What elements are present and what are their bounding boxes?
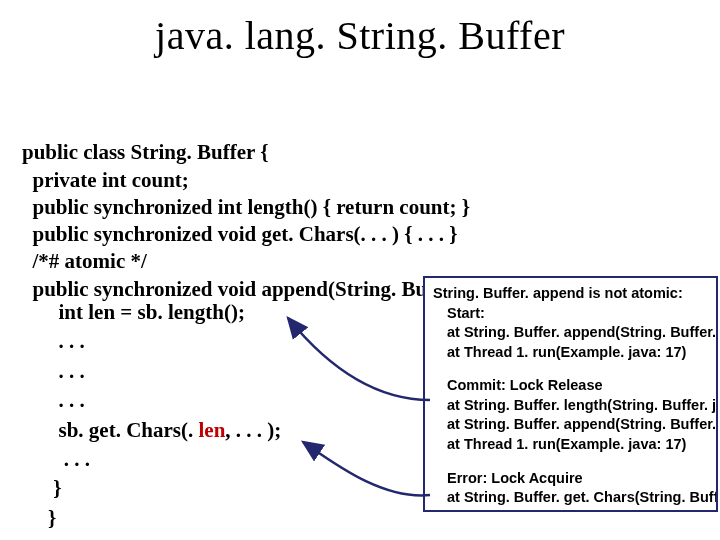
trace-callout-box: String. Buffer. append is not atomic: St… — [423, 276, 718, 512]
trace-gap-1 — [433, 362, 712, 376]
code-line-5: /*# atomic */ — [22, 249, 147, 273]
inner-line-8: } — [48, 506, 56, 530]
code-line-1: public class String. Buffer { — [22, 140, 269, 164]
code-class-decl: public class String. Buffer { private in… — [22, 112, 500, 303]
trace-line-10: at String. Buffer. get. Chars(String. Bu… — [433, 488, 712, 508]
inner-line-2: . . . — [48, 329, 85, 353]
inner-line-6: . . . — [48, 447, 90, 471]
inner-line-1: int len = sb. length(); — [48, 300, 245, 324]
inner-line-5a: sb. get. Chars(. — [48, 418, 199, 442]
inner-line-3: . . . — [48, 359, 85, 383]
trace-line-5: Commit: Lock Release — [433, 376, 712, 396]
inner-line-7: } — [48, 476, 62, 500]
arrow-to-getchars — [303, 442, 430, 495]
code-method-body: int len = sb. length(); . . . . . . . . … — [48, 298, 281, 533]
slide-title: java. lang. String. Buffer — [0, 12, 720, 59]
inner-line-5c: , . . . ); — [225, 418, 281, 442]
trace-line-8: at Thread 1. run(Example. java: 17) — [433, 435, 712, 455]
trace-line-9: Error: Lock Acquire — [433, 469, 712, 489]
trace-gap-2 — [433, 455, 712, 469]
arrow-to-length — [288, 318, 430, 400]
trace-line-4: at Thread 1. run(Example. java: 17) — [433, 343, 712, 363]
code-line-2: private int count; — [22, 168, 189, 192]
trace-line-2: Start: — [433, 304, 712, 324]
trace-line-3: at String. Buffer. append(String. Buffer… — [433, 323, 712, 343]
trace-line-6: at String. Buffer. length(String. Buffer… — [433, 396, 712, 416]
code-line-4: public synchronized void get. Chars(. . … — [22, 222, 458, 246]
trace-line-7: at String. Buffer. append(String. Buffer… — [433, 415, 712, 435]
code-line-3: public synchronized int length() { retur… — [22, 195, 470, 219]
inner-line-4: . . . — [48, 388, 85, 412]
inner-line-5-highlight: len — [199, 418, 226, 442]
trace-line-1: String. Buffer. append is not atomic: — [433, 284, 712, 304]
